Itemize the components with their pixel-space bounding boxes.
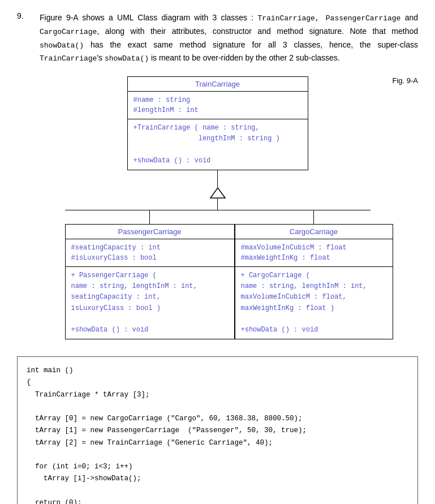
q-method-inline-2: showData() <box>105 54 149 63</box>
cargo-attr-1: #maxVolumeInCubicM : float <box>241 243 387 253</box>
branch-area: PassengerCarriage #seatingCapacity : int… <box>37 210 399 339</box>
arrow-line-bottom <box>217 199 218 210</box>
cargo-vertical-line <box>313 210 315 224</box>
code-line-3: TrainCarriage * tArray [3]; <box>27 389 408 401</box>
cargo-attr-2: #maxWeightInKg : float <box>241 253 387 263</box>
passenger-method-1: +showData () : void <box>71 325 229 335</box>
passenger-constructor-1: + PassengerCarriage ( <box>71 270 229 281</box>
cargo-method-1: +showData () : void <box>241 325 387 335</box>
cargo-carriage-attributes: #maxVolumeInCubicM : float #maxWeightInK… <box>235 239 393 267</box>
passenger-constructor-3: seatingCapacity : int, <box>71 292 229 303</box>
passenger-carriage-attributes: #seatingCapacity : int #isLuxuryClass : … <box>66 239 234 267</box>
code-block-container: int main () { TrainCarriage * tArray [3]… <box>17 356 418 504</box>
q-text-2: and <box>400 13 418 22</box>
code-line-4: tArray [0] = new CargoCarriage ("Cargo",… <box>27 413 408 425</box>
inheritance-triangle <box>210 187 226 199</box>
q-class-inline-1: TrainCarriage, PassengerCarriage <box>257 14 400 23</box>
code-line-9: return (0); <box>27 497 408 504</box>
passenger-constructor-4: isLuxuryClass : bool ) <box>71 303 229 314</box>
q-text-4: has the exact same method signature for … <box>84 40 418 49</box>
cargo-constructor-3: maxVolumeInCubicM : float, <box>241 292 387 303</box>
passenger-constructor-2: name : string, lengthInM : int, <box>71 281 229 292</box>
q-text-3: , along with their attributes, construct… <box>97 27 418 36</box>
train-carriage-methods: +TrainCarriage ( name : string, lengthIn… <box>128 119 308 170</box>
passenger-attr-1: #seatingCapacity : int <box>71 243 229 253</box>
svg-marker-0 <box>210 188 225 198</box>
train-carriage-attributes: #name : string #lengthInM : int <box>128 92 308 119</box>
q-method-inline-1: showData() <box>40 41 84 50</box>
question-block: 9. Figure 9-A shows a UML Class diagram … <box>17 11 418 65</box>
code-line-7: for (int i=0; i<3; i++) <box>27 461 408 473</box>
passenger-carriage-class: PassengerCarriage #seatingCapacity : int… <box>65 224 235 339</box>
train-constructor-1: +TrainCarriage ( name : string, <box>133 123 302 133</box>
cargo-carriage-class: CargoCarriage #maxVolumeInCubicM : float… <box>235 224 393 339</box>
uml-diagram-area: Fig. 9-A TrainCarriage #name : string #l… <box>17 76 418 339</box>
train-carriage-class: TrainCarriage #name : string #lengthInM … <box>127 76 308 170</box>
q-class-inline-2: CargoCarriage <box>40 28 97 36</box>
cargo-carriage-wrapper: CargoCarriage #maxVolumeInCubicM : float… <box>235 210 393 339</box>
train-method-1: +showData () : void <box>133 156 302 166</box>
cargo-carriage-header: CargoCarriage <box>235 225 393 239</box>
code-line-5: tArray [1] = new PassengerCarriage ("Pas… <box>27 425 408 437</box>
fig-9a-label: Fig. 9-A <box>392 76 418 85</box>
passenger-carriage-wrapper: PassengerCarriage #seatingCapacity : int… <box>65 210 235 339</box>
passenger-vertical-line <box>149 210 150 224</box>
cargo-constructor-2: name : string, lengthInM : int, <box>241 281 387 292</box>
sub-classes-container: PassengerCarriage #seatingCapacity : int… <box>37 210 399 339</box>
passenger-carriage-header: PassengerCarriage <box>66 225 234 239</box>
arrow-line-top <box>217 170 218 187</box>
train-constructor-2: lengthInM : string ) <box>133 133 302 144</box>
code-line-blank-3 <box>27 485 408 497</box>
train-attr-1: #name : string <box>133 95 302 105</box>
code-line-blank-1 <box>27 401 408 413</box>
code-block: int main () { TrainCarriage * tArray [3]… <box>17 356 418 504</box>
q-text-1: Figure 9-A shows a UML Class diagram wit… <box>40 13 257 22</box>
horizontal-branch-line <box>65 210 371 211</box>
code-line-8: tArray [i]->showData(); <box>27 473 408 485</box>
question-number: 9. <box>17 11 34 65</box>
train-carriage-header: TrainCarriage <box>128 77 308 92</box>
inheritance-arrow <box>210 170 226 210</box>
cargo-constructor-1: + CargoCarriage ( <box>241 270 387 281</box>
passenger-attr-2: #isLuxuryClass : bool <box>71 253 229 263</box>
code-line-2: { <box>27 377 408 389</box>
question-text: Figure 9-A shows a UML Class diagram wit… <box>40 11 418 65</box>
cargo-carriage-methods: + CargoCarriage ( name : string, lengthI… <box>235 267 393 339</box>
q-text-6: is meant to be over-ridden by the other … <box>149 53 340 62</box>
train-attr-2: #lengthInM : int <box>133 105 302 115</box>
code-line-1: int main () <box>27 365 408 377</box>
code-line-blank-2 <box>27 449 408 461</box>
q-superclass-inline: TrainCarriage <box>40 54 97 63</box>
passenger-carriage-methods: + PassengerCarriage ( name : string, len… <box>66 267 234 339</box>
code-line-6: tArray [2] = new TrainCarriage ("Generic… <box>27 437 408 449</box>
cargo-constructor-4: maxWeightInKg : float ) <box>241 303 387 314</box>
q-text-5: 's <box>97 53 105 62</box>
